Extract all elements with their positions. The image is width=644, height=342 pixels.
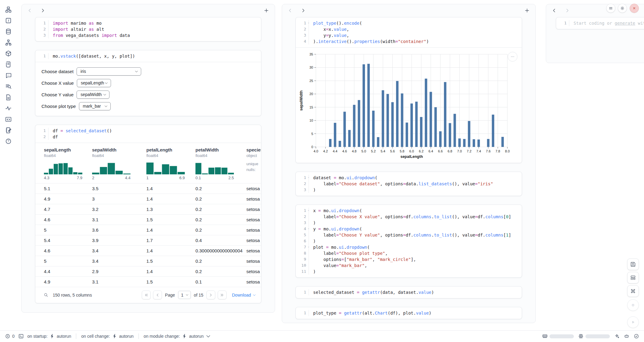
code-editor[interactable]: 1⌄plot_type().encode(2 x=x.value,3 y=y.v…: [296, 17, 522, 47]
config-label: on cell change:: [81, 334, 110, 339]
table-cell: 1.5: [146, 217, 195, 222]
layout-button[interactable]: [627, 272, 639, 283]
line-number: 5: [296, 232, 309, 238]
file-tree-icon[interactable]: [5, 6, 12, 13]
fold-chevron-icon[interactable]: ⌄: [308, 209, 309, 211]
table-cell: 1.7: [146, 238, 195, 243]
svg-text:6.8: 6.8: [448, 149, 452, 153]
ram-meter: [549, 334, 574, 338]
autorun-config-1[interactable]: on startup:autorun: [27, 333, 71, 339]
code-editor[interactable]: 1df = selected_dataset()2df: [35, 125, 261, 143]
terminal-button[interactable]: [18, 333, 24, 339]
fold-chevron-icon[interactable]: ⌄: [308, 245, 309, 248]
column-prev-icon[interactable]: [552, 8, 557, 13]
column-next-icon[interactable]: [301, 8, 306, 13]
code-editor[interactable]: 1plot_type = getattr(alt.Chart(df), plot…: [296, 307, 522, 319]
function-icon[interactable]: f: [5, 17, 12, 24]
line-number: 3: [296, 220, 309, 226]
fold-chevron-icon[interactable]: ⌄: [308, 176, 309, 178]
code-line-text: df: [48, 134, 58, 140]
config-value: autorun: [189, 334, 203, 339]
line-number: 2: [296, 214, 309, 220]
autorun-config-2[interactable]: on cell change:autorun: [81, 333, 134, 339]
code-editor[interactable]: 1⌄x = mo.ui.dropdown(2 label="Choose X v…: [296, 205, 522, 277]
activity-icon[interactable]: [5, 105, 12, 112]
next-page-button[interactable]: [206, 290, 215, 299]
table-column-header[interactable]: petalLengthfloat6416.9: [146, 147, 195, 180]
fold-chevron-icon[interactable]: ⌄: [308, 21, 309, 24]
dropdown-select[interactable]: sepalLength: [77, 79, 111, 87]
help-icon[interactable]: ?: [5, 138, 12, 145]
svg-text:4.2: 4.2: [323, 149, 328, 153]
check-circle-icon: [634, 333, 639, 339]
doc-search-icon[interactable]: [5, 83, 12, 90]
line-number: 1: [35, 128, 48, 134]
dropdown-select[interactable]: iris: [77, 67, 141, 76]
menu-button[interactable]: [606, 4, 615, 13]
dependency-graph-icon[interactable]: [5, 39, 12, 46]
page-select[interactable]: 1: [178, 291, 191, 299]
scratchpad-icon[interactable]: [5, 127, 12, 134]
autorun-config-3[interactable]: on module change:autorun: [144, 333, 211, 339]
command-palette-button[interactable]: [627, 285, 639, 297]
add-cell-button[interactable]: [524, 8, 530, 13]
svg-text:6.2: 6.2: [419, 149, 424, 153]
chat-icon[interactable]: [5, 72, 12, 79]
code-block-icon[interactable]: [5, 116, 12, 123]
package-icon[interactable]: [5, 50, 12, 57]
log-icon[interactable]: [5, 61, 12, 68]
code-editor[interactable]: 1import marimo as mo2import altair as al…: [35, 17, 261, 41]
code-editor[interactable]: 1⌄dataset = mo.ui.dropdown(2 label="Choo…: [296, 172, 522, 196]
run-button[interactable]: [627, 316, 639, 328]
settings-button[interactable]: [618, 4, 627, 13]
shutdown-button[interactable]: [630, 4, 639, 13]
column-prev-icon[interactable]: [288, 8, 293, 13]
column-prev-icon[interactable]: [27, 8, 32, 13]
code-line-text: plot_type = getattr(alt.Chart(df), plot.…: [309, 310, 431, 316]
connection-status-button[interactable]: [634, 333, 639, 339]
ai-assist-button[interactable]: [614, 333, 620, 339]
table-column-header[interactable]: sepalWidthfloat6424.4: [92, 147, 146, 180]
last-page-button[interactable]: [218, 290, 227, 299]
code-editor[interactable]: 1selected_dataset = getattr(data, datase…: [296, 287, 522, 298]
column-meta: unique: [246, 161, 261, 167]
fold-chevron-icon[interactable]: ⌄: [308, 227, 309, 230]
column-header: [546, 4, 644, 16]
snippets-icon[interactable]: [5, 94, 12, 101]
code-cell: 1mo.vstack([dataset, x, y, plot])Choose …: [35, 50, 261, 116]
download-button[interactable]: Download: [232, 293, 256, 297]
empty-code-cell[interactable]: 1 Start coding or generate with: [556, 17, 644, 29]
code-line-text: plot = mo.ui.dropdown(: [309, 244, 370, 250]
stop-button[interactable]: [627, 299, 639, 311]
column-next-icon[interactable]: [565, 8, 570, 13]
table-cell: 0.2: [195, 217, 246, 222]
add-cell-button[interactable]: [263, 8, 269, 13]
table-cell: 3.4: [92, 248, 146, 253]
error-indicator[interactable]: 0: [5, 333, 15, 339]
chart-actions-button[interactable]: [508, 52, 517, 62]
editor-placeholder: Start coding or generate with: [569, 20, 644, 26]
column-next-icon[interactable]: [40, 8, 45, 13]
svg-text:?: ?: [7, 139, 9, 143]
svg-text:10: 10: [309, 119, 313, 122]
save-button[interactable]: [627, 258, 639, 270]
vega-bar-chart[interactable]: 4.04.24.44.64.85.05.25.45.65.86.06.26.46…: [298, 51, 512, 160]
terminal-icon: [18, 333, 24, 339]
table-cell: 4.7: [44, 207, 92, 212]
table-cell: 3.6: [92, 227, 146, 233]
code-editor[interactable]: 1 Start coding or generate with: [556, 17, 644, 29]
table-column-header[interactable]: sepalLengthfloat644.37.9: [44, 147, 92, 180]
search-icon[interactable]: [43, 292, 48, 297]
previous-page-button[interactable]: [153, 290, 162, 299]
table-column-header[interactable]: petalWidthfloat640.12.5: [195, 147, 246, 180]
svg-text:0: 0: [311, 145, 313, 149]
generate-link[interactable]: generate: [615, 21, 635, 26]
table-cell: 3.4: [92, 258, 146, 264]
database-icon[interactable]: [5, 28, 12, 35]
table-column-header[interactable]: speciesobjectuniquenulls:: [246, 147, 261, 180]
first-page-button[interactable]: [142, 290, 151, 299]
dropdown-select[interactable]: sepalWidth: [77, 91, 109, 99]
code-editor[interactable]: 1mo.vstack([dataset, x, y, plot]): [35, 50, 261, 62]
copilot-button[interactable]: [624, 333, 629, 339]
dropdown-select[interactable]: mark_bar: [79, 102, 111, 110]
